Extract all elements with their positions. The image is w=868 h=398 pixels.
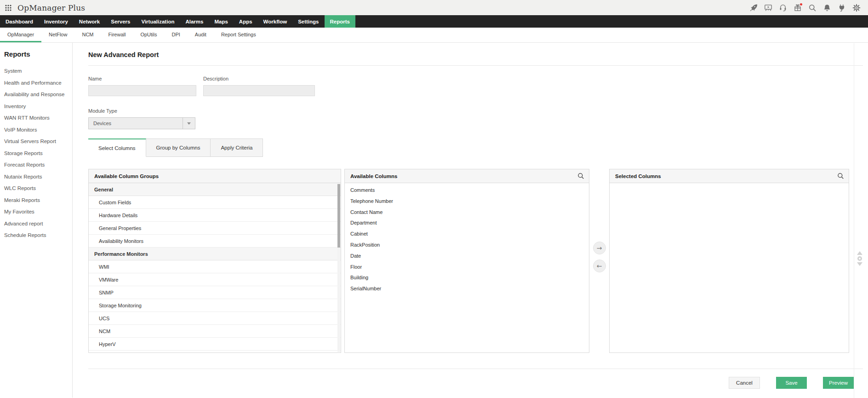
sidebar-item[interactable]: Virtual Servers Report — [4, 138, 72, 150]
move-left-button[interactable]: ← — [593, 260, 606, 272]
main-content: New Advanced Report Name Description Mod… — [73, 43, 868, 398]
sidebar-item[interactable]: WAN RTT Monitors — [4, 115, 72, 127]
description-input[interactable] — [203, 85, 315, 96]
column-group-row[interactable]: Hardware Details — [89, 209, 341, 222]
search-icon[interactable] — [808, 4, 817, 12]
column-item[interactable]: Floor — [345, 262, 589, 273]
sidebar-item[interactable]: Meraki Reports — [4, 197, 72, 209]
sidebar-item[interactable]: VoIP Monitors — [4, 127, 72, 139]
module-type-caret-button[interactable] — [183, 118, 195, 129]
column-item[interactable]: Contact Name — [345, 207, 589, 218]
sidebar-item[interactable]: Inventory — [4, 104, 72, 115]
sidebar-item[interactable]: Forecast Reports — [4, 162, 72, 174]
subnav-item[interactable]: Audit — [188, 28, 214, 42]
column-group-row[interactable]: Availability Monitors — [89, 235, 341, 248]
sidebar-item[interactable]: System — [4, 68, 72, 80]
save-button[interactable]: Save — [776, 377, 807, 389]
report-tabs: Select ColumnsGroup by ColumnsApply Crit… — [88, 138, 868, 157]
sidebar-item[interactable]: Advanced report — [4, 221, 72, 233]
column-group-row[interactable]: HyperV — [89, 338, 341, 351]
scroll-up-icon[interactable] — [857, 251, 862, 255]
top-header: OpManager Plus — [0, 0, 868, 15]
preview-button[interactable]: Preview — [823, 377, 854, 389]
subnav-item[interactable]: DPI — [164, 28, 187, 42]
nav-item[interactable]: Dashboard — [0, 15, 39, 28]
tab[interactable]: Select Columns — [88, 138, 146, 157]
nav-item[interactable]: Apps — [234, 15, 258, 28]
support-headset-icon[interactable] — [779, 4, 787, 12]
footer-divider — [88, 369, 863, 369]
nav-item[interactable]: Alarms — [180, 15, 209, 28]
sidebar-item[interactable]: Storage Reports — [4, 150, 72, 162]
tab[interactable]: Group by Columns — [146, 138, 211, 157]
column-item[interactable]: RackPosition — [345, 240, 589, 251]
module-type-select[interactable]: Devices — [88, 117, 195, 129]
nav-item[interactable]: Virtualization — [136, 15, 180, 28]
sidebar-item[interactable]: Nutanix Reports — [4, 174, 72, 186]
column-item[interactable]: SerialNumber — [345, 283, 589, 294]
column-group-row[interactable]: Performance Monitors — [89, 248, 341, 260]
column-group-row[interactable]: VMWare — [89, 273, 341, 286]
sidebar-item[interactable]: Health and Performance — [4, 80, 72, 92]
column-group-row[interactable]: UCS — [89, 312, 341, 325]
nav-item[interactable]: Maps — [209, 15, 233, 28]
column-item[interactable]: Telephone Number — [345, 196, 589, 207]
column-group-row[interactable]: NCM — [89, 325, 341, 338]
name-field-group: Name — [88, 76, 196, 96]
column-group-row[interactable]: CLI — [89, 351, 341, 353]
arrow-right-icon: → — [597, 244, 602, 252]
app-title: OpManager Plus — [17, 3, 85, 12]
sidebar-item[interactable]: Schedule Reports — [4, 232, 72, 244]
page-scroller — [857, 251, 863, 266]
groups-list: GeneralCustom FieldsHardware DetailsGene… — [89, 183, 341, 353]
search-icon[interactable] — [837, 173, 844, 179]
name-input[interactable] — [88, 85, 196, 96]
groups-panel-header: Available Column Groups — [89, 169, 341, 183]
sidebar-item[interactable]: WLC Reports — [4, 185, 72, 197]
app-launcher-grid-icon[interactable] — [5, 4, 12, 12]
rocket-icon[interactable] — [749, 4, 758, 12]
column-group-row[interactable]: Storage Monitoring — [89, 299, 341, 312]
groups-scrollbar-thumb[interactable] — [337, 184, 340, 248]
nav-item[interactable]: Servers — [105, 15, 136, 28]
sidebar-item[interactable]: My Favorites — [4, 209, 72, 221]
column-group-row[interactable]: General — [89, 183, 341, 196]
subnav-item[interactable]: Report Settings — [214, 28, 263, 42]
nav-item[interactable]: Reports — [325, 15, 355, 28]
scroll-drag-icon[interactable] — [857, 256, 862, 261]
nav-item[interactable]: Network — [74, 15, 105, 28]
column-item[interactable]: Building — [345, 272, 589, 283]
sidebar-title: Reports — [4, 50, 72, 58]
sidebar-item[interactable]: Availability and Response — [4, 92, 72, 104]
demo-icon[interactable] — [764, 4, 772, 12]
bell-icon[interactable] — [823, 4, 831, 12]
scroll-down-icon[interactable] — [857, 262, 862, 266]
tab[interactable]: Apply Criteria — [211, 138, 263, 157]
subnav-item[interactable]: NetFlow — [41, 28, 74, 42]
cancel-button[interactable]: Cancel — [729, 377, 760, 389]
column-group-row[interactable]: Custom Fields — [89, 196, 341, 209]
column-item[interactable]: Comments — [345, 185, 589, 196]
column-item[interactable]: Cabinet — [345, 229, 589, 240]
nav-item[interactable]: Workflow — [258, 15, 293, 28]
nav-item[interactable]: Inventory — [39, 15, 74, 28]
gift-icon[interactable] — [794, 4, 802, 12]
main-nav: DashboardInventoryNetworkServersVirtuali… — [0, 15, 868, 28]
column-group-row[interactable]: General Properties — [89, 222, 341, 235]
subnav-item[interactable]: Firewall — [101, 28, 133, 42]
page-title: New Advanced Report — [88, 51, 868, 58]
subnav-item[interactable]: OpUtils — [133, 28, 164, 42]
column-group-row[interactable]: SNMP — [89, 286, 341, 299]
move-right-button[interactable]: → — [593, 242, 606, 254]
column-group-row[interactable]: WMI — [89, 260, 341, 273]
right-edge-divider — [854, 43, 854, 398]
subnav-item[interactable]: NCM — [74, 28, 101, 42]
gear-icon[interactable] — [852, 4, 861, 12]
column-item[interactable]: Department — [345, 218, 589, 229]
search-icon[interactable] — [577, 173, 584, 179]
nav-item[interactable]: Settings — [292, 15, 324, 28]
groups-scrollbar[interactable] — [337, 184, 340, 352]
plugin-icon[interactable] — [838, 4, 846, 12]
subnav-item[interactable]: OpManager — [0, 28, 41, 42]
column-item[interactable]: Date — [345, 251, 589, 262]
